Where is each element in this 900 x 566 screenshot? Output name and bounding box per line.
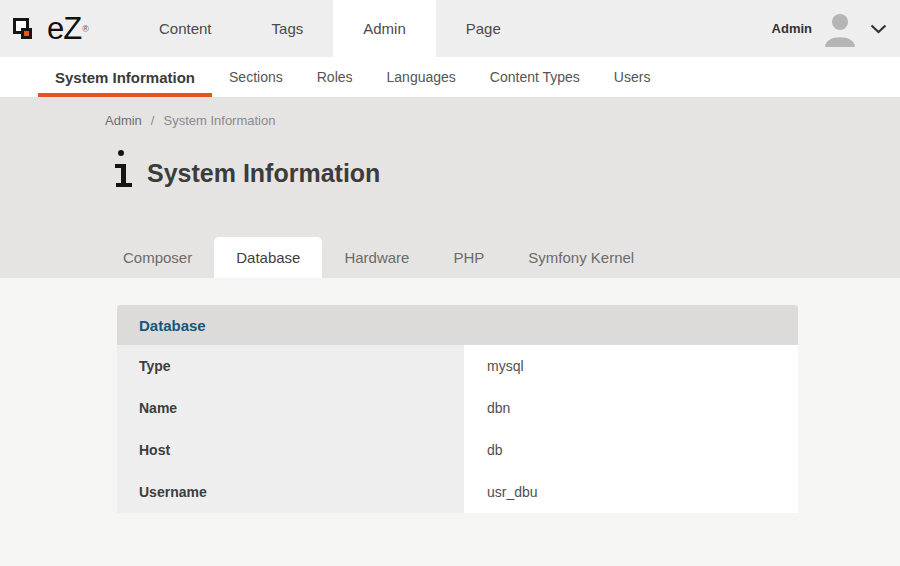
row-value-username: usr_dbu [464, 471, 798, 513]
table-title: Database [139, 317, 206, 334]
row-label-host: Host [117, 429, 464, 471]
subnav-item-label: Sections [229, 69, 283, 85]
tab-label: Composer [123, 249, 192, 266]
subnav-item-content-types[interactable]: Content Types [473, 57, 597, 97]
row-value-name: dbn [464, 387, 798, 429]
subnav-item-label: Users [614, 69, 651, 85]
table-row: Name dbn [117, 387, 798, 429]
menu-item-label: Page [466, 20, 501, 37]
user-name: Admin [772, 21, 812, 36]
tab-php[interactable]: PHP [431, 237, 506, 278]
menu-item-label: Admin [363, 20, 406, 37]
table-header: Database [117, 305, 798, 345]
row-value-type: mysql [464, 345, 798, 387]
breadcrumb-item-current: System Information [163, 113, 275, 128]
subnav-item-languages[interactable]: Languages [370, 57, 473, 97]
main-content: Database Type mysql Name dbn Host db Use… [0, 305, 900, 566]
page-title-row: System Information [114, 150, 900, 187]
top-bar: eZ® Content Tags Admin Page Admin [0, 0, 900, 57]
table-row: Host db [117, 429, 798, 471]
sysinfo-tabs: Composer Database Hardware PHP Symfony K… [101, 237, 656, 278]
user-menu[interactable]: Admin [772, 0, 900, 57]
tab-database[interactable]: Database [214, 237, 322, 278]
main-menu: Content Tags Admin Page [129, 0, 531, 57]
tab-hardware[interactable]: Hardware [322, 237, 431, 278]
subnav-item-system-information[interactable]: System Information [38, 57, 212, 97]
subnav-item-label: System Information [55, 69, 195, 86]
page-header-band: Admin / System Information System Inform… [0, 97, 900, 278]
breadcrumb-separator: / [151, 113, 155, 128]
logo-text: eZ [47, 13, 81, 44]
menu-item-label: Tags [272, 20, 304, 37]
tab-label: Database [236, 249, 300, 266]
subnav-item-users[interactable]: Users [597, 57, 668, 97]
info-icon [114, 150, 134, 187]
row-label-type: Type [117, 345, 464, 387]
subnav-item-label: Roles [317, 69, 353, 85]
subnav-item-label: Content Types [490, 69, 580, 85]
logo-square-orange [21, 28, 32, 39]
menu-item-label: Content [159, 20, 212, 37]
tab-composer[interactable]: Composer [101, 237, 214, 278]
admin-subnav: System Information Sections Roles Langua… [0, 57, 900, 97]
tab-symfony-kernel[interactable]: Symfony Kernel [506, 237, 656, 278]
tab-label: Hardware [344, 249, 409, 266]
subnav-item-label: Languages [387, 69, 456, 85]
row-label-username: Username [117, 471, 464, 513]
subnav-item-sections[interactable]: Sections [212, 57, 300, 97]
tab-label: Symfony Kernel [528, 249, 634, 266]
database-info-table: Database Type mysql Name dbn Host db Use… [117, 305, 798, 513]
chevron-down-icon [870, 24, 887, 34]
registered-mark: ® [82, 24, 89, 34]
menu-item-admin[interactable]: Admin [333, 0, 436, 57]
tab-label: PHP [453, 249, 484, 266]
row-label-name: Name [117, 387, 464, 429]
breadcrumb-item-admin[interactable]: Admin [105, 113, 142, 128]
breadcrumb: Admin / System Information [105, 97, 900, 128]
menu-item-tags[interactable]: Tags [242, 0, 334, 57]
user-avatar-icon [821, 11, 859, 47]
page-title: System Information [147, 160, 380, 188]
menu-item-content[interactable]: Content [129, 0, 242, 57]
ez-logo-icon [13, 11, 45, 49]
table-row: Type mysql [117, 345, 798, 387]
menu-item-page[interactable]: Page [436, 0, 531, 57]
table-row: Username usr_dbu [117, 471, 798, 513]
row-value-host: db [464, 429, 798, 471]
subnav-item-roles[interactable]: Roles [300, 57, 370, 97]
ez-logo[interactable]: eZ® [0, 0, 106, 57]
